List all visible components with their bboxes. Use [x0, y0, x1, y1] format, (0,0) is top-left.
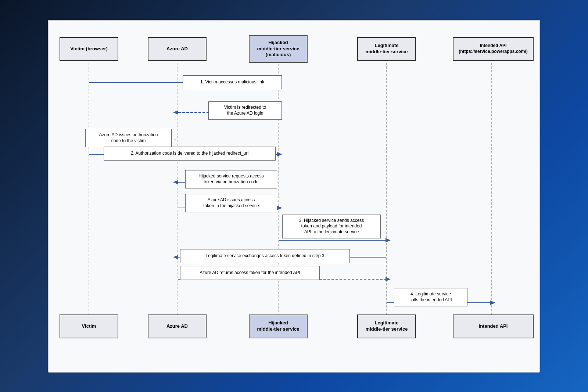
msg-legitimate-calls-api: 4. Legitimate servicecalls the intended … [394, 288, 467, 306]
actor-hijacked-bottom: Hijacked middle-tier service [249, 314, 308, 338]
svg-marker-16 [277, 206, 282, 210]
msg-hijacked-sends-token: 3. Hijacked service sends accesstoken an… [282, 215, 381, 238]
svg-marker-8 [173, 110, 178, 115]
msg-redirected-azure-login: Victim is redirected tothe Azure AD logi… [208, 101, 282, 120]
msg-hijacked-requests-token: Hijacked service requests accesstoken vi… [185, 170, 277, 188]
msg-victim-accesses-link: 1. Victim accesses malicious link [183, 75, 282, 89]
msg-azure-issues-auth-code: Azure AD issues authorizationcode to the… [85, 129, 172, 147]
msg-azure-returns-token: Azure AD returns access token for the in… [180, 266, 320, 280]
msg-auth-code-delivered: 2. Authorization code is delivered to th… [104, 147, 276, 161]
actor-legitimate-bottom: Legitimate middle-tier service [357, 314, 416, 338]
actor-azuread-bottom: Azure AD [148, 314, 207, 338]
sequence-diagram: Victim (browser) Azure AD Hijacked middl… [48, 20, 540, 373]
msg-azure-issues-access-token: Azure AD issues accesstoken to the hijac… [185, 194, 277, 212]
actor-hijacked-top: Hijacked middle-tier service (malicious) [249, 35, 308, 63]
svg-marker-12 [277, 152, 282, 157]
svg-marker-14 [173, 180, 178, 184]
msg-legitimate-exchanges-token: Legitimate service exchanges access toke… [180, 249, 350, 263]
actor-intendedapi-top: Intended API (https://service.powerapps.… [453, 37, 534, 61]
actor-intendedapi-bottom: Intended API [453, 314, 534, 338]
svg-marker-18 [386, 238, 391, 242]
actor-victim-bottom: Victim [60, 314, 118, 338]
svg-marker-24 [490, 301, 495, 305]
actor-legitimate-top: Legitimate middle-tier service [357, 37, 416, 61]
actor-victim-top: Victim (browser) [60, 37, 118, 61]
svg-marker-22 [386, 277, 391, 281]
svg-marker-20 [173, 255, 178, 259]
actor-azuread-top: Azure AD [148, 37, 207, 61]
